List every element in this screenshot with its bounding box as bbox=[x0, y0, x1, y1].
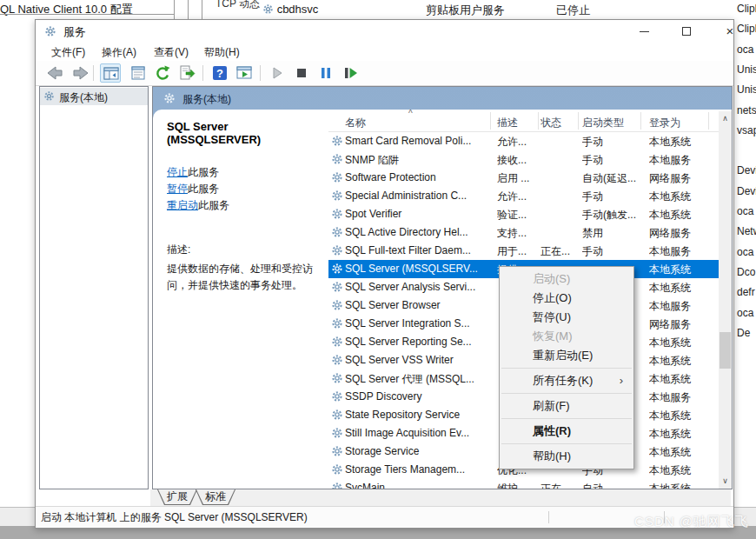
context-menu-item[interactable]: 停止(O) bbox=[500, 289, 633, 308]
svg-text:?: ? bbox=[216, 67, 223, 80]
service-name: Spot Verifier bbox=[345, 208, 489, 220]
pause-service-line: 暂停此服务 bbox=[167, 182, 320, 198]
menu-separator bbox=[501, 393, 632, 394]
background-text-fragment: oca bbox=[737, 246, 753, 258]
column-divider[interactable] bbox=[578, 112, 579, 130]
service-logon-as: 网络服务 bbox=[649, 317, 706, 332]
minimize-button[interactable] bbox=[630, 20, 660, 42]
back-icon[interactable] bbox=[44, 63, 65, 83]
service-row[interactable]: SQL Full-text Filter Daem... 用于... 正在...… bbox=[328, 242, 719, 260]
vertical-scrollbar[interactable]: ∧ ∨ bbox=[719, 111, 732, 489]
gear-icon bbox=[331, 263, 343, 277]
service-logon-as: 本地服务 bbox=[649, 153, 706, 168]
column-desc[interactable]: 描述 bbox=[497, 116, 518, 130]
pause-service-icon[interactable] bbox=[315, 63, 336, 83]
column-startup[interactable]: 启动类型 bbox=[582, 116, 624, 130]
service-logon-as: 本地系统 bbox=[649, 463, 706, 478]
gear-icon bbox=[331, 463, 343, 478]
scroll-up-icon[interactable]: ∧ bbox=[719, 111, 732, 125]
column-status[interactable]: 状态 bbox=[540, 116, 561, 130]
service-name: Storage Service bbox=[345, 445, 489, 457]
column-logon[interactable]: 登录为 bbox=[649, 116, 680, 130]
close-button[interactable]: × bbox=[715, 20, 745, 42]
service-row[interactable]: SNMP 陷阱 接收... 手动 本地服务 bbox=[328, 150, 719, 169]
export-list-icon[interactable] bbox=[176, 63, 197, 83]
column-divider[interactable] bbox=[490, 112, 491, 130]
menubar: 文件(F) 操作(A) 查看(V) 帮助(H) bbox=[36, 43, 733, 61]
service-startup-type: 手动(触发... bbox=[582, 208, 640, 223]
pane-content: SQL Server (MSSQLSERVER) 停止此服务 暂停此服务 重启动… bbox=[153, 110, 732, 489]
tab-standard[interactable]: 标准 bbox=[196, 489, 235, 505]
toolbar-separator bbox=[93, 65, 94, 81]
watermark: CSDN @驰网飞飞 bbox=[634, 514, 749, 530]
service-name: SQL Server (MSSQLSERV... bbox=[345, 263, 489, 275]
context-menu-item: 恢复(M) bbox=[500, 327, 633, 346]
service-row[interactable]: Spot Verifier 验证... 手动(触发... 本地系统 bbox=[328, 205, 719, 223]
service-row[interactable]: Smart Card Removal Poli... 允许... 手动 本地系统 bbox=[328, 132, 719, 150]
service-row[interactable]: Software Protection 启用 ... 自动(延迟... 网络服务 bbox=[328, 169, 719, 187]
service-logon-as: 本地系统 bbox=[649, 372, 706, 387]
stop-service-link[interactable]: 停止 bbox=[167, 166, 188, 178]
service-logon-as: 本地系统 bbox=[649, 190, 706, 204]
column-name[interactable]: 名称 bbox=[345, 116, 366, 130]
gear-icon bbox=[331, 244, 343, 259]
menu-separator bbox=[501, 443, 632, 444]
menu-view[interactable]: 查看(V) bbox=[154, 45, 189, 60]
tree-item-services-local[interactable]: 服务(本地) bbox=[40, 88, 148, 105]
service-logon-as: 本地系统 bbox=[649, 336, 706, 350]
menu-help[interactable]: 帮助(H) bbox=[204, 45, 240, 60]
column-divider[interactable] bbox=[708, 112, 709, 130]
show-console-tree-icon[interactable] bbox=[100, 63, 121, 83]
maximize-button[interactable] bbox=[673, 20, 702, 42]
context-menu-item: 启动(S) bbox=[500, 270, 633, 289]
restart-service-link[interactable]: 重启动 bbox=[167, 199, 198, 211]
gear-icon bbox=[331, 299, 343, 314]
service-name: State Repository Service bbox=[345, 409, 489, 421]
context-menu-item[interactable]: 暂停(U) bbox=[500, 308, 633, 327]
service-row[interactable]: SvcMain 维护 正在 自动 本地系统 bbox=[328, 479, 719, 489]
background-text-fragment: defr bbox=[737, 286, 755, 298]
context-menu-item[interactable]: 属性(R) bbox=[500, 422, 633, 441]
column-divider[interactable] bbox=[640, 112, 641, 130]
service-startup-type: 手动 bbox=[582, 244, 640, 259]
service-name: SSDP Discovery bbox=[345, 390, 489, 403]
start-service-icon[interactable] bbox=[267, 63, 288, 83]
background-service-display-name: 剪贴板用户服务 bbox=[426, 3, 505, 18]
tab-extended[interactable]: 扩展 bbox=[157, 489, 197, 505]
gear-icon bbox=[331, 190, 343, 204]
help-icon[interactable]: ? bbox=[209, 63, 230, 83]
pane-header-label: 服务(本地) bbox=[182, 92, 231, 107]
service-name: Smart Card Removal Poli... bbox=[345, 135, 489, 147]
titlebar[interactable]: 服务 × bbox=[36, 20, 733, 43]
gear-icon bbox=[163, 92, 176, 104]
service-startup-type: 禁用 bbox=[582, 226, 640, 241]
pane-header: 服务(本地) bbox=[153, 87, 732, 110]
service-logon-as: 本地系统 bbox=[649, 263, 706, 277]
pause-service-link[interactable]: 暂停 bbox=[167, 183, 188, 195]
context-menu-item[interactable]: 刷新(F) bbox=[500, 396, 633, 416]
maximize-icon bbox=[682, 27, 691, 36]
forward-icon[interactable] bbox=[70, 63, 91, 83]
gear-icon bbox=[331, 445, 343, 460]
properties-icon[interactable] bbox=[128, 63, 149, 83]
service-name: Storage Tiers Managem... bbox=[345, 463, 489, 476]
context-menu-item[interactable]: 帮助(H) bbox=[500, 447, 633, 466]
show-action-pane-icon[interactable] bbox=[234, 63, 255, 83]
stop-service-icon[interactable] bbox=[291, 63, 312, 83]
action-suffix: 此服务 bbox=[188, 183, 219, 195]
context-menu-item[interactable]: 重新启动(E) bbox=[500, 346, 633, 365]
statusbar-divider bbox=[548, 511, 549, 523]
service-row[interactable]: Special Administration C... 允许... 手动 本地系… bbox=[328, 187, 719, 205]
menu-file[interactable]: 文件(F) bbox=[51, 45, 85, 60]
refresh-icon[interactable] bbox=[152, 63, 173, 83]
scrollbar-thumb[interactable] bbox=[720, 332, 731, 369]
background-text-fragment: Unis bbox=[737, 83, 756, 96]
restart-service-icon[interactable] bbox=[340, 63, 361, 83]
menu-separator bbox=[501, 368, 632, 369]
scroll-down-icon[interactable]: ∨ bbox=[719, 474, 732, 488]
menu-action[interactable]: 操作(A) bbox=[102, 45, 136, 60]
statusbar: 启动 本地计算机 上的服务 SQL Server (MSSQLSERVER) bbox=[36, 506, 733, 526]
column-divider[interactable] bbox=[538, 112, 539, 130]
context-menu-item[interactable]: 所有任务(K)› bbox=[500, 371, 633, 390]
service-row[interactable]: SQL Active Directory Hel... 支持... 禁用 网络服… bbox=[328, 223, 719, 242]
